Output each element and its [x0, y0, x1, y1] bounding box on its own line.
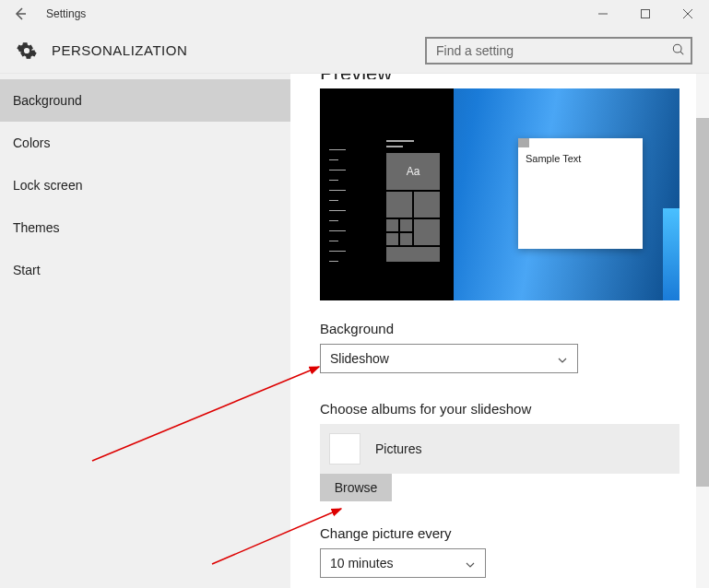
preview-tile-aa: Aa [386, 153, 440, 190]
album-name: Pictures [375, 441, 422, 456]
browse-button-label: Browse [335, 480, 378, 495]
title-bar: Settings [0, 0, 709, 28]
background-dropdown[interactable]: Slideshow [320, 344, 578, 373]
chevron-down-icon [557, 354, 568, 369]
album-row[interactable]: Pictures [320, 424, 679, 474]
sidebar-item-start[interactable]: Start [0, 249, 290, 291]
sidebar-item-label: Start [13, 263, 41, 277]
maximize-button[interactable] [624, 0, 667, 28]
page-title: PERSONALIZATION [52, 42, 187, 58]
preview-heading: Preview [320, 74, 709, 79]
sidebar-item-themes[interactable]: Themes [0, 206, 290, 249]
background-label: Background [320, 321, 709, 336]
svg-rect-1 [642, 10, 650, 18]
scrollbar-track[interactable] [696, 74, 709, 588]
change-every-dropdown[interactable]: 10 minutes [320, 548, 486, 578]
sidebar-item-lock-screen[interactable]: Lock screen [0, 164, 290, 206]
svg-point-4 [673, 44, 681, 53]
window-title: Settings [46, 7, 86, 20]
search-icon [672, 43, 685, 60]
sidebar-item-label: Colors [13, 135, 50, 150]
sidebar-item-colors[interactable]: Colors [0, 122, 290, 164]
content-area: Preview Aa Sample Text [290, 74, 709, 588]
sidebar: Background Colors Lock screen Themes Sta… [0, 74, 290, 588]
desktop-preview: Aa Sample Text [320, 88, 679, 300]
minimize-button[interactable] [582, 0, 624, 28]
change-every-value: 10 minutes [330, 556, 393, 570]
sample-text: Sample Text [518, 147, 643, 170]
svg-line-5 [680, 52, 683, 54]
background-dropdown-value: Slideshow [330, 351, 389, 366]
back-button[interactable] [7, 1, 33, 27]
browse-button[interactable]: Browse [320, 474, 392, 501]
album-thumbnail [329, 433, 360, 465]
sidebar-item-label: Background [13, 93, 82, 108]
scrollbar-thumb[interactable] [696, 118, 709, 487]
gear-icon [17, 41, 37, 61]
header: PERSONALIZATION [0, 28, 709, 74]
close-button[interactable] [667, 0, 709, 28]
search-input[interactable] [425, 37, 692, 65]
sidebar-item-label: Themes [13, 220, 60, 235]
change-every-label: Change picture every [320, 525, 709, 541]
sidebar-item-background[interactable]: Background [0, 79, 290, 122]
chevron-down-icon [465, 559, 476, 573]
sidebar-item-label: Lock screen [13, 178, 82, 193]
preview-sample-window: Sample Text [518, 138, 643, 249]
albums-label: Choose albums for your slideshow [320, 401, 709, 417]
